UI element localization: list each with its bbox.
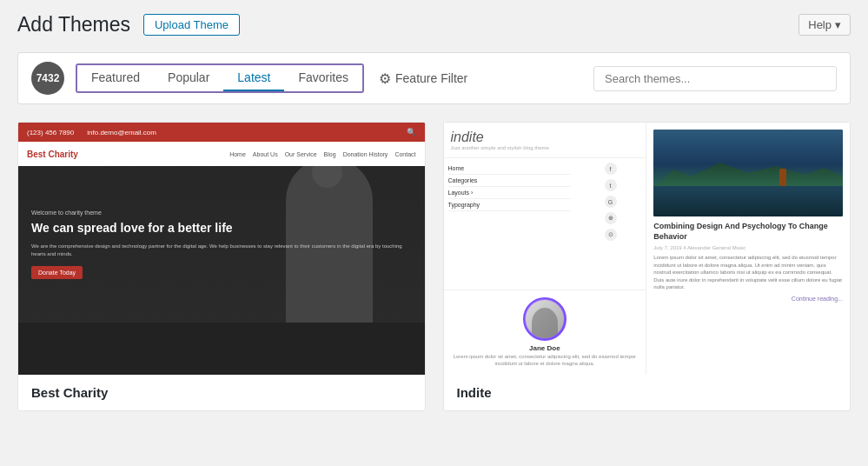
github-icon: ⊙ [605, 229, 617, 241]
page-title: Add Themes [17, 13, 130, 37]
indite-profile: Jane Doe Lorem ipsum dolor sit amet, con… [444, 290, 646, 375]
profile-desc: Lorem ipsum dolor sit amet, consectetur … [451, 354, 639, 368]
nav-item-home: Home [448, 163, 571, 175]
charity-topbar: (123) 456 7890 info.demo@email.com 🔍 [18, 123, 425, 142]
tab-latest[interactable]: Latest [223, 65, 284, 91]
hero-text-large: We can spread love for a better life [31, 220, 412, 236]
indite-left-panel: indite Just another simple and stylish b… [444, 123, 647, 375]
theme-card-best-charity: (123) 456 7890 info.demo@email.com 🔍 Bes… [17, 122, 426, 411]
facebook-icon: f [605, 163, 617, 175]
indite-nav: Home Categories Layouts › Typography [444, 158, 575, 290]
indite-preview: indite Just another simple and stylish b… [444, 123, 851, 375]
google-icon: G [605, 196, 617, 208]
tab-featured[interactable]: Featured [77, 65, 154, 91]
lake-water [653, 186, 843, 216]
indite-post-title: Combining Design And Psychology To Chang… [653, 222, 843, 242]
feature-filter-label: Feature Filter [395, 71, 467, 85]
indite-post-image [653, 130, 843, 216]
twitter-icon: t [605, 179, 617, 191]
avatar-image [526, 300, 564, 338]
theme-preview-best-charity: (123) 456 7890 info.demo@email.com 🔍 Bes… [18, 123, 425, 375]
hero-donate-btn: Donate Today [31, 266, 83, 279]
indite-header: indite Just another simple and stylish b… [444, 123, 646, 158]
nav-item-layouts: Layouts › [448, 187, 571, 199]
charity-logo: Best Charity [27, 150, 225, 159]
tab-favorites[interactable]: Favorites [284, 65, 362, 91]
lake-person [779, 169, 786, 186]
charity-email: info.demo@email.com [87, 129, 156, 136]
indite-logo: indite [451, 130, 639, 145]
indite-read-more: Continue reading... [653, 296, 843, 302]
nav-bar: 7432 Featured Popular Latest Favorites ⚙… [17, 52, 851, 104]
chevron-down-icon: ▾ [835, 18, 841, 31]
page-wrapper: Add Themes Upload Theme Help ▾ 7432 Feat… [0, 0, 868, 466]
tab-popular[interactable]: Popular [154, 65, 223, 91]
help-label: Help [808, 18, 832, 31]
charity-nav: Best Charity Home About Us Our Service B… [18, 142, 425, 166]
theme-preview-indite: indite Just another simple and stylish b… [444, 123, 851, 375]
theme-card-indite: indite Just another simple and stylish b… [443, 122, 851, 411]
theme-name-best-charity: Best Charity [31, 385, 108, 400]
hero-text-small: Welcome to charity theme [31, 210, 412, 216]
nav-item-typography: Typography [448, 199, 571, 211]
charity-phone: (123) 456 7890 [27, 129, 74, 136]
charity-preview: (123) 456 7890 info.demo@email.com 🔍 Bes… [18, 123, 425, 375]
theme-info-indite: Indite [444, 375, 851, 410]
indite-subtitle: Just another simple and stylish blog the… [451, 145, 639, 150]
profile-name: Jane Doe [529, 344, 560, 352]
nav-tabs-group: Featured Popular Latest Favorites [76, 63, 364, 93]
gear-icon: ⚙ [379, 70, 391, 87]
lake-scene [653, 130, 843, 216]
feature-filter-btn[interactable]: ⚙ Feature Filter [368, 65, 478, 92]
lake-mountains [653, 156, 843, 190]
header-row: Add Themes Upload Theme Help ▾ [17, 13, 851, 37]
upload-theme-button[interactable]: Upload Theme [143, 14, 240, 36]
profile-avatar [523, 297, 567, 341]
theme-info-best-charity: Best Charity [18, 375, 425, 410]
indite-social: f t G ⊕ ⊙ [575, 158, 646, 290]
theme-name-indite: Indite [457, 385, 492, 400]
indite-post-meta: July 7, 2019 4 Alexander General Music [653, 245, 843, 250]
help-button[interactable]: Help ▾ [798, 14, 851, 36]
hero-text-body: We are the comprehensive design and tech… [31, 243, 412, 257]
themes-grid: (123) 456 7890 info.demo@email.com 🔍 Bes… [17, 122, 851, 411]
theme-count-badge: 7432 [31, 62, 64, 95]
indite-right-panel: Combining Design And Psychology To Chang… [646, 123, 850, 375]
indite-post-body: Lorem ipsum dolor sit amet, consectetur … [653, 254, 843, 290]
indite-sidebar: Home Categories Layouts › Typography f t… [444, 158, 646, 290]
charity-hero: Welcome to charity theme We can spread l… [18, 166, 425, 323]
nav-item-categories: Categories [448, 175, 571, 187]
rss-icon: ⊕ [605, 212, 617, 224]
search-input[interactable] [593, 66, 837, 91]
search-icon-charity: 🔍 [407, 128, 416, 136]
charity-nav-links: Home About Us Our Service Blog Donation … [229, 151, 415, 157]
